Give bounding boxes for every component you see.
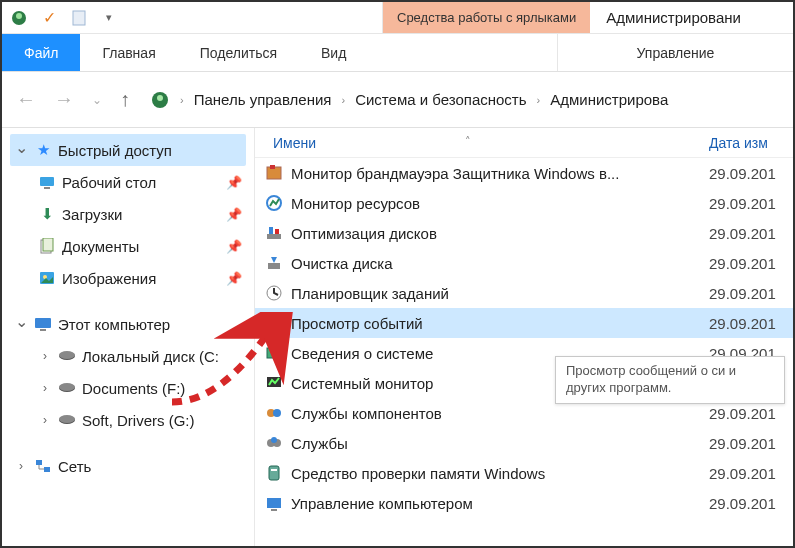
chevron-right-icon[interactable] xyxy=(38,381,52,395)
breadcrumb-item[interactable]: Система и безопасность xyxy=(355,91,526,108)
pin-icon[interactable]: 📌 xyxy=(226,207,242,222)
file-name: Монитор ресурсов xyxy=(291,195,709,212)
file-name: Просмотр событий xyxy=(291,315,709,332)
column-name-label: Имени xyxy=(273,135,316,151)
tab-manage[interactable]: Управление xyxy=(557,34,793,71)
file-row[interactable]: Управление компьютером29.09.201 xyxy=(255,488,793,518)
file-name: Очистка диска xyxy=(291,255,709,272)
chevron-right-icon[interactable] xyxy=(38,413,52,427)
chevron-right-icon[interactable]: › xyxy=(337,94,349,106)
breadcrumb-item[interactable]: Администрирова xyxy=(550,91,668,108)
sidebar-item-label: Soft, Drivers (G:) xyxy=(82,412,195,429)
sidebar-item-label: Загрузки xyxy=(62,206,122,223)
chevron-right-icon[interactable]: › xyxy=(533,94,545,106)
chevron-down-icon[interactable] xyxy=(14,315,28,334)
sidebar-item-label: Этот компьютер xyxy=(58,316,170,333)
file-date: 29.09.201 xyxy=(709,285,793,302)
nav-up-icon[interactable]: ↑ xyxy=(116,88,134,111)
file-date: 29.09.201 xyxy=(709,405,793,422)
sidebar-item-drive-c[interactable]: Локальный диск (C: xyxy=(10,340,246,372)
file-row[interactable]: Монитор брандмауэра Защитника Windows в.… xyxy=(255,158,793,188)
tab-share[interactable]: Поделиться xyxy=(178,34,299,71)
file-row[interactable]: Оптимизация дисков29.09.201 xyxy=(255,218,793,248)
chevron-right-icon[interactable] xyxy=(14,459,28,473)
titlebar: ✓ ▾ Средства работы с ярлыками Администр… xyxy=(2,2,793,34)
breadcrumb[interactable]: › Панель управления › Система и безопасн… xyxy=(144,84,783,116)
qat-check-icon[interactable]: ✓ xyxy=(40,9,58,27)
tab-view[interactable]: Вид xyxy=(299,34,368,71)
chevron-down-icon[interactable] xyxy=(14,141,28,160)
file-icon xyxy=(265,374,283,392)
sidebar-item-label: Быстрый доступ xyxy=(58,142,172,159)
sidebar-item-pictures[interactable]: Изображения 📌 xyxy=(10,262,246,294)
sidebar-item-this-pc[interactable]: Этот компьютер xyxy=(10,308,246,340)
file-date: 29.09.201 xyxy=(709,255,793,272)
chevron-right-icon[interactable] xyxy=(38,349,52,363)
column-date[interactable]: Дата изм xyxy=(709,135,793,151)
svg-rect-5 xyxy=(40,177,54,186)
file-row[interactable]: Монитор ресурсов29.09.201 xyxy=(255,188,793,218)
file-date: 29.09.201 xyxy=(709,195,793,212)
tab-file[interactable]: Файл xyxy=(2,34,80,71)
svg-rect-6 xyxy=(44,187,50,189)
file-date: 29.09.201 xyxy=(709,465,793,482)
sidebar-item-documents[interactable]: Документы 📌 xyxy=(10,230,246,262)
window-title: Администрировани xyxy=(590,2,793,33)
tab-home[interactable]: Главная xyxy=(80,34,177,71)
file-row[interactable]: Службы29.09.201 xyxy=(255,428,793,458)
file-row[interactable]: Очистка диска29.09.201 xyxy=(255,248,793,278)
svg-point-14 xyxy=(59,351,75,359)
svg-rect-2 xyxy=(73,11,85,25)
svg-rect-41 xyxy=(271,469,277,471)
file-icon xyxy=(265,344,283,362)
file-icon xyxy=(265,284,283,302)
file-list: Имени ˄ Дата изм Монитор брандмауэра Защ… xyxy=(254,128,793,546)
file-icon xyxy=(265,464,283,482)
file-row[interactable]: Планировщик заданий29.09.201 xyxy=(255,278,793,308)
svg-rect-42 xyxy=(267,498,281,508)
disk-icon xyxy=(58,411,76,429)
app-icon xyxy=(10,9,28,27)
nav-forward-icon[interactable]: → xyxy=(50,88,78,111)
disk-icon xyxy=(58,347,76,365)
svg-rect-12 xyxy=(40,329,46,331)
svg-rect-26 xyxy=(275,229,279,234)
file-row[interactable]: Средство проверки памяти Windows29.09.20… xyxy=(255,458,793,488)
file-icon xyxy=(265,254,283,272)
sidebar-item-drive-g[interactable]: Soft, Drivers (G:) xyxy=(10,404,246,436)
file-row[interactable]: Просмотр событий29.09.201 xyxy=(255,308,793,338)
main-content: ★ Быстрый доступ Рабочий стол 📌 ⬇ Загруз… xyxy=(2,128,793,546)
sidebar-item-label: Документы xyxy=(62,238,139,255)
file-name: Оптимизация дисков xyxy=(291,225,709,242)
breadcrumb-item[interactable]: Панель управления xyxy=(194,91,332,108)
nav-recent-dropdown-icon[interactable]: ⌄ xyxy=(88,93,106,107)
qat-dropdown-icon[interactable]: ▾ xyxy=(100,9,118,27)
file-icon xyxy=(265,494,283,512)
qat-doc-icon[interactable] xyxy=(70,9,88,27)
pin-icon[interactable]: 📌 xyxy=(226,271,242,286)
file-name: Средство проверки памяти Windows xyxy=(291,465,709,482)
column-name[interactable]: Имени ˄ xyxy=(255,135,709,151)
file-name: Службы компонентов xyxy=(291,405,709,422)
svg-point-16 xyxy=(59,383,75,391)
pin-icon[interactable]: 📌 xyxy=(226,175,242,190)
svg-rect-19 xyxy=(36,460,42,465)
pictures-icon xyxy=(38,269,56,287)
column-headers: Имени ˄ Дата изм xyxy=(255,128,793,158)
chevron-right-icon[interactable]: › xyxy=(176,94,188,106)
file-icon xyxy=(265,404,283,422)
sidebar-item-network[interactable]: Сеть xyxy=(10,450,246,482)
sidebar-item-desktop[interactable]: Рабочий стол 📌 xyxy=(10,166,246,198)
file-date: 29.09.201 xyxy=(709,435,793,452)
sidebar-item-drive-f[interactable]: Documents (F:) xyxy=(10,372,246,404)
sidebar-item-downloads[interactable]: ⬇ Загрузки 📌 xyxy=(10,198,246,230)
quick-access-toolbar: ✓ ▾ xyxy=(2,2,382,33)
nav-back-icon[interactable]: ← xyxy=(12,88,40,111)
file-name: Планировщик заданий xyxy=(291,285,709,302)
svg-point-1 xyxy=(16,13,22,19)
pin-icon[interactable]: 📌 xyxy=(226,239,242,254)
network-icon xyxy=(34,457,52,475)
computer-icon xyxy=(34,315,52,333)
documents-icon xyxy=(38,237,56,255)
sidebar-item-quick-access[interactable]: ★ Быстрый доступ xyxy=(10,134,246,166)
